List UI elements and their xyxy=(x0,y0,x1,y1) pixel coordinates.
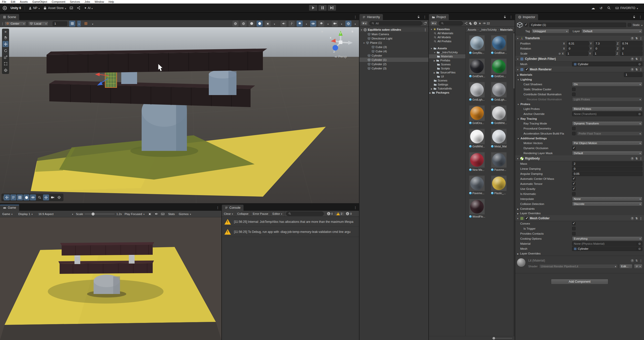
tab-console[interactable]: Console xyxy=(222,205,244,211)
space-dropdown[interactable]: Local xyxy=(28,21,48,26)
move-overlay-button[interactable] xyxy=(43,194,49,200)
aspect-dropdown[interactable]: 16:9 Aspect xyxy=(37,211,74,217)
menu-help[interactable]: Help xyxy=(109,0,114,3)
log-entry[interactable]: [11:56:25] Internal: JobTempAlloc has al… xyxy=(222,217,359,227)
rotation-y-field[interactable]: 0 xyxy=(594,46,616,51)
asset-item[interactable]: Plastic_... xyxy=(491,176,513,199)
rect-tool-button[interactable] xyxy=(3,61,9,67)
gizmo-lock-icon[interactable] xyxy=(351,30,354,33)
edit-shader-button[interactable]: Edit... xyxy=(619,264,632,269)
breadcrumb-introtounity[interactable]: _IntroToUnity xyxy=(480,28,497,31)
play-focused-dropdown[interactable]: Play Focused xyxy=(123,211,146,217)
tab-scene[interactable]: Scene xyxy=(0,14,19,20)
auto-tensor-checkbox[interactable] xyxy=(572,182,576,186)
static-checkbox[interactable] xyxy=(628,23,631,27)
asset-item[interactable]: Paveme... xyxy=(469,176,491,199)
asset-item[interactable]: GridBlue... xyxy=(491,35,513,59)
asset-item[interactable]: GridOra... xyxy=(469,105,491,129)
vsync-keyboard-icon[interactable] xyxy=(160,211,165,217)
is-kinematic-checkbox[interactable] xyxy=(572,192,576,196)
motion-vectors-dropdown[interactable]: Per Object Motion xyxy=(572,141,642,145)
tab-game[interactable]: Game xyxy=(0,205,19,211)
compass-overlay-button[interactable] xyxy=(56,194,62,200)
lock-icon[interactable] xyxy=(503,15,506,18)
grid-size-field[interactable]: 1 xyxy=(53,21,67,26)
warning-count-badge[interactable]: 2 xyxy=(335,212,344,215)
mesh-collider-header[interactable]: Mesh Collider ?⇅ xyxy=(515,216,644,221)
search-by-label-icon[interactable] xyxy=(469,21,473,25)
hierarchy-item-cube-3[interactable]: Cube (3) xyxy=(359,45,428,49)
linear-damping-field[interactable]: 0 xyxy=(572,166,642,171)
help-icon[interactable]: ? xyxy=(631,57,634,61)
presets-icon[interactable]: ⇅ xyxy=(635,259,638,262)
asset-item[interactable]: GridLigh... xyxy=(491,82,513,105)
scale-z-field[interactable]: 1 xyxy=(620,51,642,56)
shader-options-button[interactable] xyxy=(634,264,642,269)
package-tray-icon[interactable] xyxy=(69,6,73,10)
search-by-import-icon[interactable]: ! xyxy=(474,22,477,25)
help-icon[interactable]: ? xyxy=(631,259,634,262)
folder-assets[interactable]: Assets xyxy=(429,46,465,50)
create-object-button[interactable]: + xyxy=(361,21,368,26)
hierarchy-item-plane-1[interactable]: Plane (1) xyxy=(359,40,428,45)
asset-item[interactable]: GreyBlu... xyxy=(469,35,491,59)
mesh-object-field[interactable]: Cylinder⋮⊙ xyxy=(572,62,642,66)
console-search-input[interactable] xyxy=(286,211,324,216)
object-picker-icon[interactable]: ⊙ xyxy=(637,247,641,250)
grid-vis-button[interactable] xyxy=(83,21,89,27)
clear-button[interactable]: Clear xyxy=(222,211,235,217)
object-picker-icon[interactable]: ⊙ xyxy=(637,242,641,245)
transform-tool-button[interactable] xyxy=(3,67,9,73)
shading-wire-button[interactable] xyxy=(232,21,238,27)
presets-icon[interactable]: ⇅ xyxy=(635,68,638,71)
acceleration-structure-checkbox[interactable] xyxy=(572,132,576,135)
presets-icon[interactable]: ⇅ xyxy=(635,217,638,220)
layout-dropdown[interactable]: FAVORITO xyxy=(615,6,638,10)
scene-options-icon[interactable] xyxy=(424,28,428,32)
mass-field[interactable]: 2 xyxy=(572,161,642,166)
visible-count[interactable]: 22 xyxy=(483,22,490,25)
breadcrumb-materials[interactable]: Materials xyxy=(500,28,513,31)
position-y-field[interactable]: 7.3 xyxy=(594,41,616,46)
auto-center-checkbox[interactable] xyxy=(572,177,576,181)
orientation-gizmo[interactable]: y x z ≪ Persp xyxy=(327,29,354,59)
angular-damping-field[interactable]: 0.05 xyxy=(572,172,642,176)
procedural-geometry-checkbox[interactable] xyxy=(572,127,576,130)
hierarchy-item-cylinder-1[interactable]: Cylinder (1) xyxy=(359,58,428,62)
component-menu-icon[interactable] xyxy=(639,36,642,40)
gizmos-toggle-button[interactable] xyxy=(345,21,351,27)
scene-visibility-button[interactable] xyxy=(310,21,316,27)
grid-vis-arrow[interactable] xyxy=(91,21,94,27)
rigidbody-header[interactable]: Rigidbody ?⇅ xyxy=(515,156,644,161)
overlay-menu-icon[interactable] xyxy=(5,29,7,34)
menu-component[interactable]: Component xyxy=(52,0,65,3)
help-icon[interactable]: ? xyxy=(631,37,634,40)
view-tool-button[interactable] xyxy=(3,34,9,40)
hierarchy-item-cylinder[interactable]: Cylinder xyxy=(359,53,428,58)
log-entry[interactable]: [11:56:25] To Debug, run app with -diag-… xyxy=(222,227,359,237)
display-dropdown[interactable]: Display 1 xyxy=(17,211,34,217)
gizmo-menu-icon[interactable] xyxy=(321,29,323,34)
rotation-z-field[interactable]: 0 xyxy=(621,46,642,51)
mesh-filter-header[interactable]: Cylinder (Mesh Filter) ?⇅ xyxy=(515,56,644,62)
presets-icon[interactable]: ⇅ xyxy=(635,37,638,40)
menu-window[interactable]: Window xyxy=(95,0,104,3)
folder-settings[interactable]: Settings xyxy=(429,82,465,87)
layers-arrow[interactable] xyxy=(305,21,308,27)
overlay-stack-button[interactable] xyxy=(318,21,324,27)
favorites-root[interactable]: ★Favorites xyxy=(429,27,465,31)
folder-scenes[interactable]: Scenes xyxy=(429,78,465,82)
asset-item[interactable]: GridWhit... xyxy=(469,129,491,152)
folder-scenes-intro[interactable]: Scenes xyxy=(429,62,465,66)
lock-icon[interactable] xyxy=(417,15,420,18)
game-viewport[interactable] xyxy=(0,217,221,340)
rotation-x-field[interactable]: 0 xyxy=(567,46,589,51)
scale-tool-button[interactable] xyxy=(3,54,9,60)
component-menu-icon[interactable] xyxy=(639,57,642,61)
component-menu-icon[interactable] xyxy=(639,68,642,71)
mesh-renderer-header[interactable]: Mesh Renderer ?⇅ xyxy=(515,67,644,72)
asset-item[interactable]: Paveme... xyxy=(491,152,513,176)
static-shadow-caster-checkbox[interactable] xyxy=(572,88,576,91)
name-field[interactable]: Cylinder (1) xyxy=(529,23,626,27)
folder-tutorialinfo[interactable]: TutorialInfo xyxy=(429,87,465,91)
